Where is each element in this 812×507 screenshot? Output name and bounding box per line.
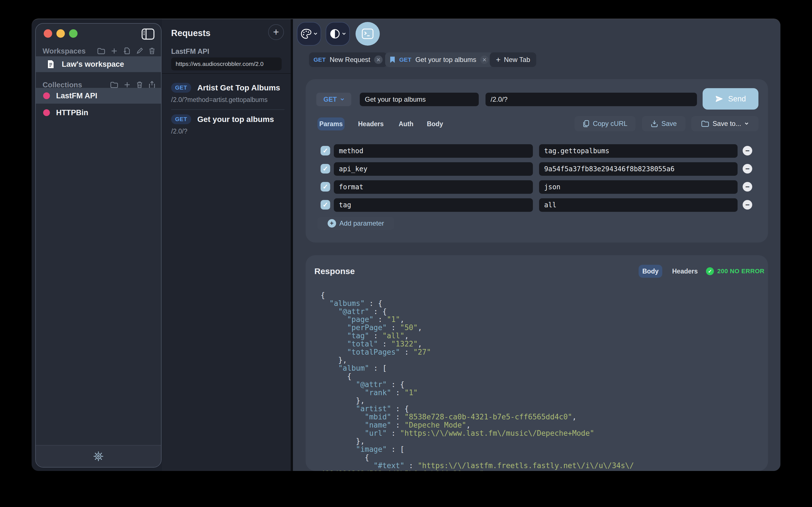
sidebar-item-httpbin[interactable]: HTTPBin <box>36 105 161 121</box>
sidebar-item-laws-workspace[interactable]: Law's workspace <box>36 56 161 72</box>
response-tab-headers[interactable]: Headers <box>672 265 698 278</box>
new-tab-button[interactable]: + New Tab <box>490 52 536 67</box>
param-enabled-checkbox[interactable]: ✓ <box>320 164 330 173</box>
copy-curl-button[interactable]: Copy cURL <box>574 116 636 131</box>
remove-param-button[interactable]: − <box>743 200 752 210</box>
request-name-input[interactable]: Get your top albums <box>360 93 479 106</box>
workspaces-title: Workspaces <box>43 47 97 55</box>
collection-folder-icon[interactable] <box>110 81 118 88</box>
plus-circle-icon: + <box>327 219 336 228</box>
tab-body[interactable]: Body <box>427 117 443 130</box>
param-value-input[interactable]: all <box>539 198 738 212</box>
collection-add-icon[interactable] <box>124 81 131 88</box>
save-to-button[interactable]: Save to... <box>691 116 758 131</box>
param-value-input[interactable]: json <box>539 180 738 194</box>
tab-auth[interactable]: Auth <box>399 117 413 130</box>
remove-param-button[interactable]: − <box>743 146 752 156</box>
request-path: /2.0/?method=artist.gettopalbums <box>171 96 285 104</box>
workspace-duplicate-icon[interactable] <box>123 47 131 55</box>
request-name: Artist Get Top Albums <box>197 83 280 93</box>
response-tab-body[interactable]: Body <box>639 265 662 278</box>
sidebar-item-lastfm-api[interactable]: LastFM API <box>36 88 161 104</box>
tab-params[interactable]: Params <box>317 117 345 130</box>
folder-icon <box>701 120 709 127</box>
code-segment: "url" <box>365 429 387 438</box>
zoom-window-button[interactable] <box>69 29 78 38</box>
code-line: { <box>320 453 762 462</box>
param-enabled-checkbox[interactable]: ✓ <box>320 182 330 191</box>
code-segment <box>320 413 365 421</box>
code-segment: : <box>404 461 417 470</box>
code-segment: "total" <box>347 340 378 348</box>
workspace-folder-icon[interactable] <box>97 48 105 54</box>
save-button[interactable]: Save <box>642 116 686 131</box>
code-segment: "name" <box>365 421 391 429</box>
code-segment: "Depeche Mode" <box>404 421 466 429</box>
code-segment: : <box>391 421 404 429</box>
code-line: { <box>320 291 762 299</box>
param-key-input[interactable]: api_key <box>334 162 533 176</box>
sidebar-toggle-icon[interactable] <box>141 28 155 40</box>
tab-new-request[interactable]: GET New Request ✕ <box>309 52 387 67</box>
collection-share-icon[interactable] <box>149 81 155 89</box>
code-line: "name" : "Depeche Mode", <box>320 421 762 429</box>
tab-get-your-top-albums[interactable]: GET Get your top albums ✕ <box>385 52 493 67</box>
chevron-down-icon <box>313 33 317 35</box>
param-value-input[interactable]: 9a54f5a37fb83e294346f8b8238055a6 <box>539 162 738 176</box>
method-value: GET <box>323 96 337 103</box>
sidebar: Workspaces Law's workspace Collections <box>35 23 161 467</box>
code-segment: "1322" <box>391 340 417 348</box>
code-segment: : { <box>391 404 409 413</box>
method-dropdown[interactable]: GET <box>316 93 351 106</box>
code-segment: "27" <box>413 348 431 356</box>
param-enabled-checkbox[interactable]: ✓ <box>320 200 330 210</box>
theme-palette-button[interactable] <box>297 22 321 46</box>
code-segment <box>320 323 347 332</box>
code-segment <box>320 445 356 453</box>
send-button[interactable]: Send <box>703 88 758 110</box>
code-segment: : { <box>369 307 387 316</box>
code-segment <box>320 315 347 324</box>
add-request-button[interactable]: + <box>268 24 284 40</box>
close-tab-icon[interactable]: ✕ <box>480 55 489 64</box>
code-segment: "1" <box>387 315 400 324</box>
param-enabled-checkbox[interactable]: ✓ <box>320 146 330 156</box>
param-key-input[interactable]: method <box>334 144 533 158</box>
code-line: "mbid" : "8538e728-ca0b-4321-b7e5-cff656… <box>320 413 762 421</box>
appearance-contrast-button[interactable] <box>326 22 350 46</box>
code-line: { <box>320 372 762 381</box>
close-window-button[interactable] <box>44 29 52 38</box>
close-tab-icon[interactable]: ✕ <box>374 55 383 64</box>
code-segment <box>320 404 356 413</box>
workspace-edit-icon[interactable] <box>136 48 143 54</box>
param-key-input[interactable]: tag <box>334 198 533 212</box>
workspace-add-icon[interactable] <box>111 48 117 54</box>
collection-delete-icon[interactable] <box>136 81 143 89</box>
method-badge: GET <box>171 83 191 93</box>
code-line: 488d821362d593c4d8b5b6afcb844c39.png", <box>320 470 762 471</box>
code-segment <box>320 380 356 389</box>
code-segment: , <box>400 315 405 324</box>
code-line: "@attr" : { <box>320 381 762 389</box>
request-url-input[interactable]: /2.0/? <box>486 93 697 106</box>
code-line: "url" : "https:\/\/www.last.fm\/music\/D… <box>320 429 762 438</box>
remove-param-button[interactable]: − <box>743 164 752 173</box>
request-list-item[interactable]: GET Artist Get Top Albums /2.0/?method=a… <box>171 78 285 110</box>
base-url-field[interactable]: https://ws.audioscrobbler.com/2.0 <box>171 57 282 70</box>
request-list-item[interactable]: GET Get your top albums /2.0/? <box>171 110 285 141</box>
code-line: "album" : [ <box>320 364 762 372</box>
workspace-delete-icon[interactable] <box>149 47 155 55</box>
code-segment: "@attr" <box>338 307 369 316</box>
code-segment: : <box>391 413 404 421</box>
terminal-button[interactable] <box>356 22 380 46</box>
tab-headers[interactable]: Headers <box>358 117 384 130</box>
remove-param-button[interactable]: − <box>743 182 752 191</box>
code-line: }, <box>320 397 762 405</box>
code-segment: { <box>320 291 325 299</box>
add-parameter-button[interactable]: + Add parameter <box>317 217 394 230</box>
code-segment: : <box>387 429 400 438</box>
param-key-input[interactable]: format <box>334 180 533 194</box>
settings-gear-icon[interactable] <box>93 451 104 462</box>
param-value-input[interactable]: tag.gettopalbums <box>539 144 738 158</box>
minimize-window-button[interactable] <box>56 29 65 38</box>
